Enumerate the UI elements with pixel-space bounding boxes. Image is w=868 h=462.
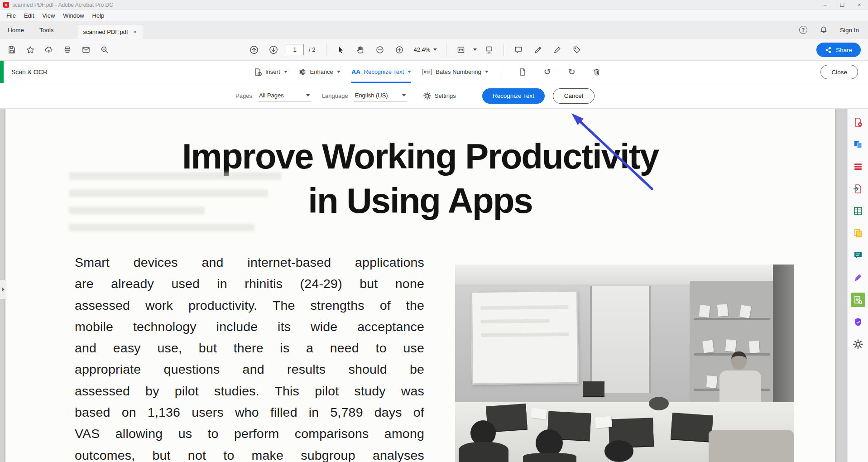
menu-edit[interactable]: Edit: [20, 12, 38, 19]
language-label: Language: [322, 92, 348, 99]
close-window-button[interactable]: ×: [851, 0, 868, 10]
main-toolbar: / 2 42.4%: [0, 39, 868, 61]
export-pdf-icon[interactable]: [851, 182, 865, 196]
create-pdf-icon[interactable]: [851, 115, 865, 130]
sign-tool-icon[interactable]: [550, 43, 565, 57]
share-button[interactable]: Share: [816, 43, 861, 57]
chevron-down-icon: [284, 71, 288, 73]
chevron-down-icon: [306, 94, 310, 96]
organize-pages-icon[interactable]: [851, 159, 865, 174]
menu-window[interactable]: Window: [59, 12, 88, 19]
recognize-text-label: Recognize Text: [364, 68, 404, 75]
scan-ocr-title: Scan & OCR: [11, 61, 48, 83]
print-icon[interactable]: [60, 43, 75, 57]
previous-page-icon[interactable]: [247, 43, 261, 57]
recognize-text-icon: AA: [351, 68, 360, 76]
spreadsheet-icon[interactable]: [851, 204, 865, 218]
tab-tools[interactable]: Tools: [32, 21, 62, 39]
hand-tool-icon[interactable]: [353, 43, 368, 57]
comment-icon[interactable]: [851, 248, 865, 263]
more-tools-icon[interactable]: [851, 337, 865, 351]
sign-in-button[interactable]: Sign In: [840, 27, 859, 34]
tabbar: Home Tools scanned PDF.pdf × ? Sign In: [0, 21, 868, 39]
recognize-text-dropdown[interactable]: AA Recognize Text: [351, 61, 411, 83]
bleed-through-text: [69, 172, 282, 241]
menu-file[interactable]: File: [2, 12, 20, 19]
settings-label: Settings: [435, 92, 456, 99]
next-page-icon[interactable]: [266, 43, 281, 57]
rotate-right-icon[interactable]: ↻: [565, 67, 579, 77]
cancel-button[interactable]: Cancel: [553, 88, 595, 104]
menubar: File Edit View Window Help: [0, 10, 868, 21]
zoom-level-dropdown[interactable]: 42.4%: [412, 46, 439, 53]
window-controls: – ☐ ×: [816, 0, 868, 10]
bates-numbering-dropdown[interactable]: 012 Bates Numbering: [422, 61, 489, 83]
close-tool-button[interactable]: Close: [820, 65, 858, 79]
body-line: appropriate questions and results should…: [75, 359, 424, 380]
scan-ocr-icon[interactable]: [851, 293, 865, 307]
minimize-button[interactable]: –: [816, 0, 834, 10]
document-area[interactable]: Improve Working Productivity in Using Ap…: [0, 109, 847, 462]
acrobat-logo-icon: A: [3, 2, 9, 8]
body-line: assessed by pilot studies. This pilot st…: [75, 380, 424, 402]
rotate-left-icon[interactable]: ↺: [541, 67, 554, 77]
comment-tool-icon[interactable]: [511, 43, 526, 57]
scan-ocr-accent: [0, 61, 4, 83]
menu-view[interactable]: View: [38, 12, 59, 19]
divider: [504, 43, 504, 56]
select-tool-icon[interactable]: [334, 43, 348, 57]
protect-icon[interactable]: [851, 315, 865, 329]
menu-help[interactable]: Help: [88, 12, 109, 19]
document-body-text: Smart devices and internet-based applica…: [75, 252, 424, 462]
marquee-zoom-icon[interactable]: [97, 43, 112, 57]
right-tools-rail: [847, 109, 868, 462]
divider: [502, 66, 502, 78]
fill-sign-icon[interactable]: [851, 270, 865, 285]
tabbar-right: ? Sign In: [799, 23, 868, 37]
person: [604, 440, 633, 462]
scan-ocr-bar: Scan & OCR Insert Enhance AA Recognize T…: [0, 61, 868, 83]
recognize-text-button[interactable]: Recognize Text: [482, 88, 545, 104]
enhance-label: Enhance: [310, 68, 333, 75]
chevron-down-icon: [408, 71, 411, 73]
bates-numbering-icon: 012: [422, 69, 432, 75]
tab-home[interactable]: Home: [0, 21, 32, 39]
maximize-button[interactable]: ☐: [834, 0, 851, 10]
tab-close-icon[interactable]: ×: [134, 29, 137, 35]
tag-tool-icon[interactable]: [570, 43, 584, 57]
document-photo: [455, 265, 794, 462]
person: [536, 429, 563, 457]
body-line: based on 1,136 users who filled in 5,789…: [75, 402, 424, 423]
tab-document[interactable]: scanned PDF.pdf ×: [77, 24, 144, 39]
body-line: are already used in rhinitis (24-29) but…: [75, 273, 424, 294]
chevron-down-icon: [337, 71, 340, 73]
copy-pages-icon[interactable]: [851, 226, 865, 241]
help-icon[interactable]: ?: [799, 26, 807, 34]
fit-width-icon[interactable]: [454, 43, 468, 57]
chevron-down-icon: [433, 48, 437, 51]
combine-files-icon[interactable]: [851, 137, 865, 152]
zoom-in-icon[interactable]: [392, 43, 407, 57]
insert-dropdown[interactable]: Insert: [254, 61, 288, 83]
save-icon[interactable]: [5, 43, 19, 57]
zoom-out-icon[interactable]: [373, 43, 387, 57]
pages-select[interactable]: All Pages: [258, 91, 311, 101]
email-icon[interactable]: [79, 43, 93, 57]
page-number-input[interactable]: [286, 44, 304, 55]
chevron-down-icon[interactable]: [473, 48, 477, 51]
notifications-bell-icon[interactable]: [816, 23, 831, 37]
share-label: Share: [836, 47, 852, 53]
settings-button[interactable]: Settings: [423, 92, 456, 100]
enhance-dropdown[interactable]: Enhance: [298, 61, 340, 83]
favorite-star-icon[interactable]: [23, 43, 38, 57]
scrolling-mode-icon[interactable]: [482, 43, 496, 57]
tab-document-label: scanned PDF.pdf: [83, 29, 128, 35]
delete-pages-icon[interactable]: [590, 65, 604, 79]
divider: [446, 43, 446, 56]
left-panel-handle[interactable]: [0, 279, 6, 299]
highlight-tool-icon[interactable]: [531, 43, 545, 57]
recognize-file-icon[interactable]: [515, 65, 530, 79]
language-select[interactable]: English (US): [354, 91, 407, 101]
cloud-upload-icon[interactable]: [42, 43, 56, 57]
titlebar: A scanned PDF.pdf - Adobe Acrobat Pro DC…: [0, 0, 868, 10]
